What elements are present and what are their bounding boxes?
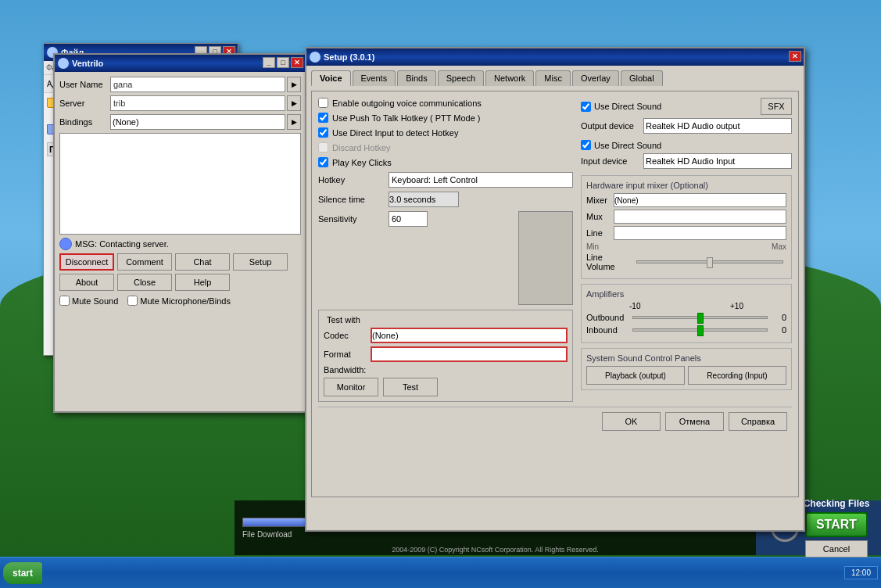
bindings-dropdown[interactable]: (None) (110, 114, 285, 130)
desktop: Файл _ □ ✕ Файл Правка Вид Адрес: Мой ко… (0, 0, 881, 588)
comment-button[interactable]: Comment (117, 253, 172, 271)
server-input-container: ▶ (110, 95, 301, 111)
play-key-clicks-label: Play Key Clicks (332, 158, 392, 167)
setup-close[interactable]: ✕ (789, 51, 801, 62)
min-label: Min (586, 242, 599, 251)
recording-button[interactable]: Recording (Input) (688, 366, 786, 385)
outbound-value: 0 (771, 313, 786, 322)
input-device-dropdown[interactable]: Realtek HD Audio Input (643, 153, 792, 169)
line-dropdown[interactable] (614, 226, 786, 240)
setup-title: Setup (3.0.1) (324, 52, 374, 62)
ventrilo-minimize[interactable]: _ (263, 57, 275, 68)
hw-section-title: Hardware input mixer (Optional) (586, 181, 786, 190)
format-dropdown[interactable] (371, 346, 568, 362)
use-direct-sound-output-row: Use Direct Sound SFX (581, 98, 792, 115)
tab-misc[interactable]: Misc (535, 70, 571, 86)
file-download-label: File Download (242, 530, 292, 539)
mute-mic-checkbox[interactable] (127, 296, 138, 306)
ventrilo-titlebar: Ventrilo _ □ ✕ (55, 55, 306, 72)
tab-overlay[interactable]: Overlay (572, 70, 619, 86)
disconnect-button[interactable]: Disconnect (59, 253, 114, 271)
chat-button[interactable]: Chat (175, 253, 230, 271)
tab-voice[interactable]: Voice (311, 70, 351, 86)
use-direct-sound-input-checkbox[interactable] (581, 140, 591, 150)
setup-button[interactable]: Setup (233, 253, 288, 271)
server-input[interactable] (110, 95, 285, 111)
format-label: Format (324, 350, 371, 359)
start-button[interactable]: START (805, 512, 868, 537)
sensitivity-left: Sensitivity (318, 211, 514, 231)
setup-controls: ✕ (789, 51, 801, 62)
system-sound-section: System Sound Control Panels Playback (ou… (581, 348, 792, 390)
setup-titlebar: Setup (3.0.1) ✕ (306, 48, 804, 66)
ventrilo-icon (58, 58, 69, 69)
tab-network[interactable]: Network (485, 70, 534, 86)
tab-binds[interactable]: Binds (397, 70, 436, 86)
tab-speech[interactable]: Speech (438, 70, 484, 86)
tab-global[interactable]: Global (621, 70, 663, 86)
output-device-dropdown[interactable]: Realtek HD Audio output (643, 118, 792, 134)
username-arrow[interactable]: ▶ (287, 77, 301, 92)
direct-input-checkbox[interactable] (318, 127, 328, 138)
discard-hotkey-row: Discard Hotkey (318, 142, 573, 152)
server-arrow[interactable]: ▶ (287, 95, 301, 111)
taskbar: start 12:00 (0, 557, 881, 588)
line-volume-label: Line Volume (586, 253, 633, 271)
discard-hotkey-checkbox[interactable] (318, 142, 328, 152)
sensitivity-input[interactable] (389, 211, 428, 227)
sensitivity-visual (518, 211, 573, 305)
input-device-row: Input device Realtek HD Audio Input (581, 153, 792, 169)
inbound-thumb[interactable] (697, 325, 704, 336)
username-row: User Name ▶ (59, 77, 301, 92)
help-bottom-button[interactable]: Справка (729, 412, 787, 431)
ventrilo-controls: _ □ ✕ (263, 57, 303, 68)
test-buttons: Monitor Test (324, 378, 568, 396)
mute-mic-label: Mute Microphone/Binds (140, 296, 231, 306)
test-button[interactable]: Test (383, 378, 438, 396)
help-button[interactable]: Help (175, 274, 230, 291)
about-button[interactable]: About (59, 274, 114, 291)
tab-bar: Voice Events Binds Speech Network Misc O… (311, 70, 799, 86)
silence-dropdown[interactable]: 3.0 seconds (389, 192, 459, 207)
ventrilo-body: User Name ▶ Server ▶ Bindings (None) (55, 72, 306, 310)
use-direct-sound-output-checkbox[interactable] (581, 102, 591, 112)
use-direct-sound-output-label: Use Direct Sound (594, 102, 661, 111)
playback-button[interactable]: Playback (output) (586, 366, 685, 385)
codec-dropdown[interactable]: (None) (371, 328, 568, 343)
setup-body: Voice Events Binds Speech Network Misc O… (306, 66, 804, 502)
cancel-download-button[interactable]: Cancel (805, 540, 868, 558)
mute-sound-checkbox[interactable] (59, 296, 70, 306)
enable-outgoing-label: Enable outgoing voice communications (332, 99, 482, 108)
mixer-dropdown[interactable]: (None) (614, 193, 786, 207)
ok-button[interactable]: OK (602, 412, 661, 431)
inbound-track (632, 328, 768, 332)
ventrilo-maximize[interactable]: □ (277, 57, 289, 68)
codec-label: Codec (324, 331, 371, 340)
mixer-row: Mixer (None) (586, 193, 786, 207)
sfx-button[interactable]: SFX (761, 98, 792, 115)
mux-row: Mux (586, 210, 786, 224)
close-button[interactable]: Close (117, 274, 172, 291)
start-taskbar-button[interactable]: start (3, 562, 42, 584)
username-input[interactable] (110, 77, 285, 92)
play-key-clicks-checkbox[interactable] (318, 157, 328, 167)
server-label: Server (59, 99, 110, 108)
monitor-button[interactable]: Monitor (324, 378, 378, 396)
tab-events[interactable]: Events (353, 70, 396, 86)
inbound-label: Inbound (586, 325, 629, 335)
setup-left-col: Enable outgoing voice communications Use… (318, 98, 573, 402)
use-direct-sound-input-row: Use Direct Sound (581, 140, 792, 150)
push-to-talk-checkbox[interactable] (318, 113, 328, 123)
cancel-button[interactable]: Отмена (665, 412, 724, 431)
bindings-arrow[interactable]: ▶ (287, 114, 301, 130)
mux-dropdown[interactable] (614, 210, 786, 224)
output-section: Use Direct Sound SFX Output device Realt… (581, 98, 792, 134)
enable-outgoing-checkbox[interactable] (318, 98, 328, 108)
sensitivity-label: Sensitivity (318, 214, 389, 224)
ventrilo-close[interactable]: ✕ (291, 57, 303, 68)
outbound-thumb[interactable] (697, 313, 704, 324)
server-row: Server ▶ (59, 95, 301, 111)
setup-bottom-buttons: OK Отмена Справка (318, 407, 792, 436)
amp-plus-label: +10 (730, 302, 743, 310)
line-volume-thumb[interactable] (707, 257, 713, 268)
